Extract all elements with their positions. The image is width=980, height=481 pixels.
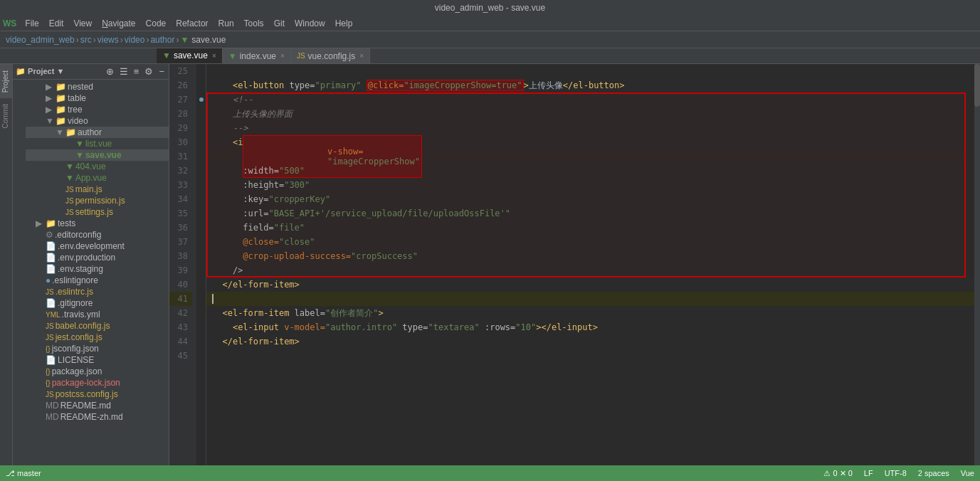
tree-settings-js[interactable]: JS settings.js	[26, 206, 169, 218]
tree-babel[interactable]: JS babel.config.js	[26, 320, 169, 332]
code-lines-wrapper: < el-button type= "primary" @click="imag…	[206, 64, 980, 363]
title-text: video_admin_web - save.vue	[435, 3, 545, 13]
menu-edit[interactable]: Edit	[45, 17, 68, 30]
tab-vue-config[interactable]: JS vue.config.js ×	[291, 48, 370, 63]
breadcrumb-project[interactable]: video_admin_web	[6, 35, 75, 45]
code-line-39: />	[206, 263, 980, 278]
tree-gitignore[interactable]: 📄 .gitignore	[26, 297, 169, 309]
gutter-34	[196, 192, 206, 206]
menu-window[interactable]: Window	[290, 17, 330, 30]
line-num-35: 35	[169, 206, 192, 221]
tab-close-3[interactable]: ×	[359, 52, 364, 60]
tree-main-js[interactable]: JS main.js	[26, 184, 169, 195]
breadcrumb-src[interactable]: src	[80, 35, 92, 45]
gutter	[196, 64, 206, 465]
status-lf: LF	[864, 469, 873, 477]
menu-navigate[interactable]: Navigate	[98, 17, 139, 30]
tree-app-vue[interactable]: ▼ App.vue	[26, 172, 169, 184]
menu-help[interactable]: Help	[331, 17, 357, 30]
menu-tools[interactable]: Tools	[240, 17, 268, 30]
tree-package-lock[interactable]: {} package-lock.json	[26, 377, 169, 388]
tree-author[interactable]: ▼ 📁 author	[26, 127, 169, 138]
tab-close-2[interactable]: ×	[280, 52, 285, 60]
tree-label-readme: README.md	[60, 401, 111, 411]
gutter-36	[196, 221, 206, 235]
sidebar-icon-expand[interactable]: ≡	[132, 66, 141, 77]
menu-view[interactable]: View	[69, 17, 96, 30]
tree-package[interactable]: {} package.json	[26, 366, 169, 377]
tree-label-video: video	[68, 116, 88, 126]
menu-refactor[interactable]: Refactor	[172, 17, 212, 30]
tree-env-prod[interactable]: 📄 .env.production	[26, 252, 169, 263]
tree-readme-zh[interactable]: MD README-zh.md	[26, 411, 169, 423]
folder-icon-tree: 📁	[56, 105, 66, 115]
menu-code[interactable]: Code	[142, 17, 171, 30]
scrollbar-thumb[interactable]	[974, 64, 980, 107]
tree-tests[interactable]: ▶ 📁 tests	[26, 218, 169, 229]
tree-label-license: LICENSE	[58, 355, 94, 365]
tree-label-readme-zh: README-zh.md	[60, 412, 123, 422]
tree-label-author: author	[78, 127, 102, 137]
git-branch: ⎇ master	[6, 469, 41, 478]
tabs-bar: ▼ save.vue × ▼ index.vue × JS vue.config…	[0, 48, 980, 64]
sidebar-icon-collapse[interactable]: ☰	[118, 66, 130, 77]
tree-label-permission-js: permission.js	[75, 196, 125, 206]
tree-label-main-js: main.js	[75, 184, 102, 194]
tree-postcss[interactable]: JS postcss.config.js	[26, 388, 169, 400]
gutter-32	[196, 164, 206, 178]
tree-label-table: table	[68, 93, 86, 103]
tab-close-1[interactable]: ×	[212, 52, 216, 60]
line-numbers: 25 26 27 28 29 30 31 32 33 34 35 36 37 3…	[169, 64, 196, 465]
line-num-43: 43	[169, 320, 192, 334]
line-num-26: 26	[169, 78, 192, 92]
tree-permission-js[interactable]: JS permission.js	[26, 195, 169, 206]
sidebar-icon-locate[interactable]: ⊕	[105, 66, 115, 77]
gutter-44	[196, 334, 206, 349]
commit-tab[interactable]: Commit	[0, 98, 12, 134]
scrollbar-track[interactable]	[974, 64, 980, 465]
tree-video[interactable]: ▼ 📁 video	[26, 115, 169, 127]
breadcrumb-author[interactable]: author	[150, 35, 174, 45]
menu-git[interactable]: Git	[270, 17, 289, 30]
tree-label-settings-js: settings.js	[75, 207, 113, 217]
file-icon-app-vue: ▼	[65, 173, 74, 183]
sidebar-icon-settings[interactable]: ⚙	[143, 66, 154, 77]
vertical-tabs: Project Commit	[0, 64, 13, 465]
tree-table[interactable]: ▶ 📁 table	[26, 92, 169, 104]
tree-eslintrc[interactable]: JS .eslintrc.js	[26, 286, 169, 297]
tab-index-vue[interactable]: ▼ index.vue ×	[223, 48, 291, 63]
gutter-45	[196, 349, 206, 363]
sidebar: 📁 Project ▼ ⊕ ☰ ≡ ⚙ − ▶ 📁 nested ▶ 📁	[13, 64, 169, 465]
code-line-40: </el-form-item>	[206, 278, 980, 292]
line-num-42: 42	[169, 306, 192, 320]
tree-nested[interactable]: ▶ 📁 nested	[26, 81, 169, 92]
tree-env-dev[interactable]: 📄 .env.development	[26, 240, 169, 252]
tab-save-vue[interactable]: ▼ save.vue ×	[157, 48, 223, 63]
breadcrumb-video[interactable]: video	[125, 35, 145, 45]
tree-jsconfig[interactable]: {} jsconfig.json	[26, 343, 169, 354]
code-content[interactable]: < el-button type= "primary" @click="imag…	[206, 64, 980, 465]
tree-save-vue[interactable]: ▼ save.vue	[26, 149, 169, 161]
project-tab[interactable]: Project	[0, 64, 12, 98]
tree-404-vue[interactable]: ▼ 404.vue	[26, 161, 169, 172]
sidebar-icon-close[interactable]: −	[157, 66, 166, 77]
tree-editorconfig[interactable]: ⚙ .editorconfig	[26, 229, 169, 240]
tree-travis[interactable]: YML .travis.yml	[26, 309, 169, 320]
tree-jest[interactable]: JS jest.config.js	[26, 332, 169, 343]
tree-readme[interactable]: MD README.md	[26, 400, 169, 411]
menu-file[interactable]: File	[21, 17, 43, 30]
tree-label-eslintrc: .eslintrc.js	[56, 287, 93, 297]
folder-icon-nested: 📁	[56, 82, 66, 92]
tree-list-vue[interactable]: ▼ list.vue	[26, 138, 169, 149]
tree-env-staging[interactable]: 📄 .env.staging	[26, 263, 169, 275]
file-icon-list-vue: ▼	[75, 139, 84, 149]
tree-tree[interactable]: ▶ 📁 tree	[26, 104, 169, 115]
breadcrumb-views[interactable]: views	[98, 35, 119, 45]
menu-run[interactable]: Run	[214, 17, 238, 30]
gutter-42	[196, 306, 206, 320]
line-num-27: 27	[169, 92, 192, 107]
tree-eslintignore[interactable]: ● .eslintignore	[26, 275, 169, 286]
tree-label-jest: jest.config.js	[56, 332, 102, 342]
tree-label-editorconfig: .editorconfig	[55, 230, 101, 240]
tree-license[interactable]: 📄 LICENSE	[26, 354, 169, 366]
